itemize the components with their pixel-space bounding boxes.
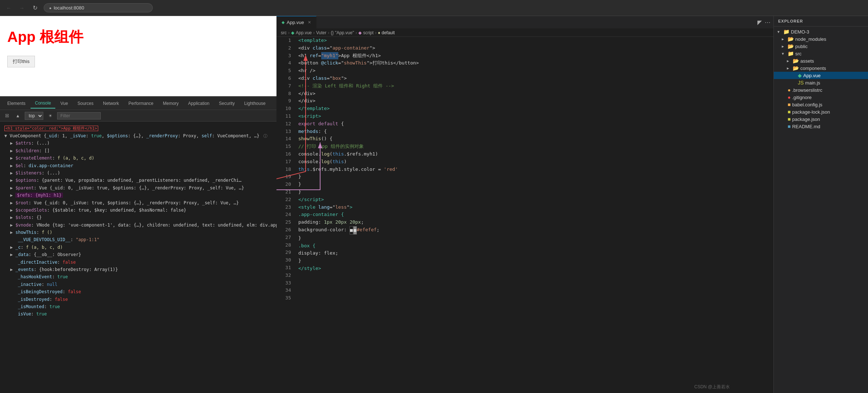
- tab-memory[interactable]: Memory: [159, 99, 183, 108]
- package-lock-icon: ■: [788, 109, 791, 115]
- code-line-2: <div class="app-container">: [297, 44, 773, 52]
- devtools-tabs: Elements Console Vue Sources Network Per…: [0, 97, 276, 110]
- tab-vue[interactable]: Vue: [56, 99, 72, 108]
- src-icon: 📁: [788, 51, 794, 56]
- sidebar-item-assets[interactable]: ► 📂 assets: [774, 57, 868, 64]
- sidebar-item-appvue[interactable]: ► ◆ App.vue: [774, 72, 868, 79]
- breadcrumb-obj: {} "App.vue": [331, 30, 354, 35]
- code-line-23: }: [297, 188, 773, 196]
- node-modules-icon: 📂: [788, 36, 794, 42]
- sidebar-item-package[interactable]: ► ■ package.json: [774, 115, 868, 123]
- lock-icon: ●: [49, 6, 52, 10]
- console-filter-button[interactable]: ▲: [14, 112, 22, 120]
- sidebar-item-node-modules[interactable]: ► 📂 node_modules: [774, 35, 868, 43]
- prop-devtools-uid: __VUE_DEVTOOLS_UID__: "app-1:1": [4, 236, 272, 243]
- prop-ismounted: _isMounted: true: [4, 303, 272, 310]
- refresh-button[interactable]: ↻: [31, 4, 39, 12]
- back-button[interactable]: ←: [4, 4, 13, 12]
- tab-network[interactable]: Network: [99, 99, 123, 108]
- vue-file-icon: ◆: [282, 20, 284, 25]
- prop-c: _c: f (a, b, c, d): [4, 244, 272, 251]
- sidebar-item-browserslistrc[interactable]: ► ● .browserslistrc: [774, 86, 868, 94]
- tab-close-button[interactable]: ✕: [308, 20, 311, 25]
- code-line-18: console.log(this.$refs.myh1): [297, 150, 773, 158]
- code-content: <template> <div class="app-container"> <…: [294, 37, 773, 393]
- breadcrumb-default: default: [382, 30, 395, 35]
- root-folder-icon: 📁: [783, 29, 789, 35]
- tab-actions: ◤ ⋯: [754, 16, 773, 28]
- code-line-31: }: [297, 235, 773, 242]
- print-button[interactable]: 打印this: [7, 56, 35, 67]
- node-modules-arrow: ►: [781, 37, 786, 41]
- code-line-11: </template>: [297, 105, 773, 113]
- public-label: public: [795, 44, 808, 49]
- devtools: Elements Console Vue Sources Network Per…: [0, 96, 276, 393]
- public-icon: 📂: [788, 43, 794, 49]
- vue-expand-arrow[interactable]: [4, 133, 7, 138]
- code-line-28: .app-container {: [297, 211, 773, 219]
- breadcrumb-appvue: App.vue: [296, 30, 312, 35]
- mainjs-icon: JS: [798, 80, 804, 86]
- sidebar-item-babel[interactable]: ► ■ babel.config.js: [774, 101, 868, 108]
- prop-children: $children: []: [4, 147, 272, 154]
- address-bar[interactable]: ● localhost:8080: [44, 3, 153, 12]
- tab-lighthouse[interactable]: Lighthouse: [240, 99, 270, 108]
- mainjs-label: main.js: [805, 80, 820, 86]
- prop-isbeingdestroyed: _isBeingDestroyed: false: [4, 288, 272, 295]
- sidebar-item-components[interactable]: ► 📂 components: [774, 64, 868, 72]
- tab-elements[interactable]: Elements: [3, 99, 30, 108]
- babel-label: babel.config.js: [792, 102, 822, 107]
- code-line-20: this.$refs.myh1.style.color = 'red': [297, 166, 773, 173]
- context-selector[interactable]: top: [25, 112, 43, 120]
- prop-slots: $slots: {}: [4, 214, 272, 221]
- sidebar-item-package-lock[interactable]: ► ■ package-lock.json: [774, 108, 868, 115]
- line-numbers: 12345 678910 1112131415 1617181920 21222…: [276, 37, 294, 393]
- code-line-7: <div class="box">: [297, 75, 773, 82]
- breadcrumb-src: src: [281, 30, 287, 35]
- code-line-35: </style>: [297, 265, 773, 272]
- sidebar-root[interactable]: ▼ 📁 DEMO-3: [774, 28, 868, 35]
- sidebar-item-public[interactable]: ► 📂 public: [774, 43, 868, 50]
- sidebar-item-gitignore[interactable]: ► ● .gitignore: [774, 94, 868, 101]
- tab-security[interactable]: Security: [215, 99, 239, 108]
- refs-highlight: $refs: {myh1: h1}: [15, 193, 63, 198]
- code-line-16: showThis() {: [297, 135, 773, 143]
- code-line-29: padding: 1px 20px 20px;: [297, 219, 773, 226]
- tab-application[interactable]: Application: [184, 99, 214, 108]
- tab-sources[interactable]: Sources: [73, 99, 98, 108]
- prop-el: $el: div.app-container: [4, 162, 272, 169]
- readme-label: README.md: [792, 124, 820, 129]
- code-line-13: <script>: [297, 113, 773, 120]
- code-line-25: </script>: [297, 196, 773, 204]
- code-line-32: .box {: [297, 242, 773, 250]
- public-arrow: ►: [781, 44, 786, 48]
- split-editor-icon[interactable]: ◤: [757, 19, 762, 26]
- assets-arrow: ►: [786, 59, 791, 63]
- vscode-tab-appvue[interactable]: ◆ App.vue ✕: [276, 16, 316, 28]
- code-line-34: }: [297, 257, 773, 265]
- code-line-4: <button @click="showThis">打印this</button…: [297, 59, 773, 67]
- vscode-panel: ◆ App.vue ✕ ◤ ⋯ src › ◆ App.vue › Vuter …: [276, 16, 773, 393]
- app-title: App 根组件: [7, 27, 269, 47]
- tab-performance[interactable]: Performance: [124, 99, 158, 108]
- breadcrumb-appvue-icon: ◆: [291, 30, 294, 35]
- more-actions-icon[interactable]: ⋯: [765, 19, 771, 26]
- left-panel: App 根组件 打印this Elements Console Vue Sour…: [0, 16, 276, 393]
- prop-isvue: isVue: true: [4, 310, 272, 318]
- components-icon: 📂: [793, 65, 799, 71]
- breadcrumb-sep4: ›: [355, 30, 357, 35]
- console-filter-input[interactable]: [57, 112, 101, 119]
- readme-icon: ■: [788, 123, 791, 129]
- breadcrumb-scope-icon: ◆: [358, 30, 362, 35]
- browser-chrome: ← → ↻ ● localhost:8080: [0, 0, 868, 16]
- clear-console-button[interactable]: ☒: [3, 112, 11, 120]
- tab-console[interactable]: Console: [31, 98, 55, 109]
- sidebar-title: EXPLORER: [774, 16, 868, 27]
- forward-button[interactable]: →: [17, 4, 26, 12]
- sidebar-item-mainjs[interactable]: ► JS main.js: [774, 79, 868, 86]
- package-label: package.json: [792, 117, 820, 122]
- sidebar-item-src[interactable]: ▼ 📁 src: [774, 50, 868, 57]
- sidebar-item-readme[interactable]: ► ■ README.md: [774, 123, 868, 130]
- eye-button[interactable]: ☀: [46, 112, 54, 120]
- url-text: localhost:8080: [54, 5, 84, 11]
